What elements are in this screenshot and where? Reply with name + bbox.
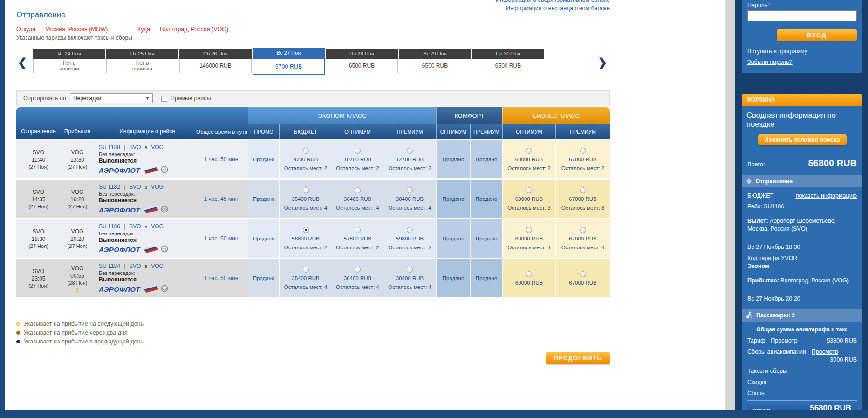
legend-text: Указывает на прибытие через два дня [24, 329, 128, 336]
cart-total-label: Всего: [747, 161, 765, 168]
date-label: Пн 28 Ноя [326, 49, 398, 59]
airline-logo: АЭРОФЛОТ [99, 245, 168, 254]
direct-flights-checkbox[interactable] [161, 96, 167, 102]
cart-header: КОРЗИНА [742, 94, 862, 106]
airline-name: АЭРОФЛОТ [99, 246, 140, 254]
date-label: Чт 24 Ноя [33, 49, 105, 59]
fare-radio[interactable] [407, 227, 413, 233]
fare-price: 9700 RUB [293, 157, 318, 162]
route-from-link[interactable]: SVO [129, 144, 141, 151]
login-button[interactable]: ВХОД [777, 29, 857, 41]
date-column[interactable]: Ср 30 Ноя6500 RUB [472, 49, 544, 76]
fare-radio[interactable] [580, 187, 586, 193]
route-from-link[interactable]: SVO [129, 263, 141, 269]
depart-info: Вылет: Аэропорт Шереметьево, Москва, Рос… [747, 217, 857, 233]
fare-radio[interactable] [407, 148, 413, 154]
nonstandard-baggage-link[interactable]: Информация о нестандартном багаже [496, 4, 610, 13]
carousel-next-icon[interactable]: ❯ [596, 56, 608, 69]
main-area: Информация о сверхнормативном багаже Инф… [5, 0, 725, 410]
fare-radio[interactable] [355, 187, 361, 193]
date-price: 146000 RUB [179, 59, 252, 73]
chevron-down-icon: ▼ [145, 96, 150, 101]
fare-radio[interactable] [580, 148, 586, 154]
fare-radio[interactable] [526, 187, 532, 193]
carousel-prev-icon[interactable]: ❮ [16, 56, 28, 69]
sold-out-label: Продано [443, 275, 465, 281]
seats-left: Осталось мест: 2 [284, 165, 328, 171]
date-column[interactable]: Пн 28 Ноя6500 RUB [326, 49, 398, 76]
flight-number-link[interactable]: SU 1186 [99, 223, 120, 230]
show-info-link[interactable]: показать информацию [795, 192, 857, 200]
route-from-link[interactable]: SVO [129, 223, 141, 230]
fare-price: 38400 RUB [396, 196, 424, 202]
sort-select[interactable]: Пересадки ▼ [70, 93, 153, 103]
join-program-link[interactable]: Вступить в программу [747, 48, 857, 55]
date-price-text: 6500 RUB [495, 62, 521, 69]
airline-logo: АЭРОФЛОТ [99, 165, 168, 175]
flight-number-link[interactable]: SU 1188 [99, 144, 120, 151]
airline-name: АЭРОФЛОТ [99, 285, 140, 293]
date-column[interactable]: Вс 27 Ноя9700 RUB [253, 48, 325, 75]
fare-cell: Продано [248, 180, 279, 218]
fare-radio[interactable] [580, 271, 586, 277]
business-class-header: БИЗНЕС КЛАСС [502, 107, 610, 124]
fare-price: 36400 RUB [344, 196, 371, 202]
flight-number-link[interactable]: SU 1182 [99, 184, 120, 190]
departure-time: 14:35 [31, 196, 45, 203]
fare-radio[interactable] [580, 227, 586, 233]
date-column[interactable]: Сб 26 Ноя146000 RUB [179, 49, 252, 76]
airline-name: АЭРОФЛОТ [99, 206, 140, 214]
date-column[interactable]: Пт 25 НояНет в наличии [106, 49, 178, 76]
passengers-section-bar: Пассажиры: 2 [742, 309, 862, 322]
fare-column-header: ПРЕМИУМ [555, 124, 610, 139]
fare-cell: 60000 RUB [502, 259, 555, 297]
fare-radio[interactable] [355, 227, 361, 233]
departure-section-bar: ✈ Отправление [742, 175, 862, 187]
fare-radio[interactable] [303, 227, 309, 233]
route-to-link[interactable]: VOG [151, 263, 164, 269]
departure-airport: SVO [33, 149, 44, 156]
arrival-date: (28 Ноя) [68, 280, 88, 286]
fare-radio[interactable] [526, 271, 532, 277]
date-price: Нет в наличии [33, 59, 105, 73]
table-header: ОтправлениеПрибытиеИнформация о рейсеОбщ… [16, 107, 610, 139]
economy-class-header: ЭКОНОМ КЛАСС [248, 107, 436, 124]
arrival-airport: VOG [71, 189, 84, 195]
next-day-arrival-dot [76, 288, 79, 292]
change-search-button[interactable]: Изменить условия поиска [758, 134, 847, 145]
fare-view-link[interactable]: Просмотр [771, 337, 797, 344]
forgot-password-link[interactable]: Забыли пароль? [747, 59, 857, 65]
route-to-link[interactable]: VOG [151, 223, 164, 230]
airline-fees-view-link[interactable]: Просмотр [812, 349, 838, 355]
password-field[interactable] [747, 10, 857, 21]
fare-radio[interactable] [303, 148, 309, 154]
continue-button[interactable]: ПРОДОЛЖИТЬ [546, 352, 610, 364]
fare-price: 60000 RUB [515, 280, 543, 286]
date-column[interactable]: Вт 29 Ноя6500 RUB [399, 49, 471, 76]
route-from-link[interactable]: SVO [129, 184, 141, 190]
date-column[interactable]: Чт 24 НояНет в наличии [33, 49, 105, 76]
fare-radio[interactable] [407, 187, 413, 193]
fare-price: 57800 RUB [344, 236, 371, 241]
flight-number-link[interactable]: SU 1184 [99, 263, 120, 269]
arrival-time: 00:55 [70, 273, 84, 279]
route-to-link[interactable]: VOG [151, 144, 164, 151]
fare-radio[interactable] [526, 227, 532, 233]
route-to-link[interactable]: VOG [151, 184, 164, 190]
oversize-baggage-link[interactable]: Информация о сверхнормативном багаже [496, 0, 610, 4]
fare-radio[interactable] [526, 148, 532, 154]
fare-cell: 57800 RUBОсталось мест: 2 [332, 219, 383, 258]
sort-label: Сортировать по [23, 95, 66, 102]
fare-radio[interactable] [303, 267, 309, 273]
fare-price: 67000 RUB [569, 280, 596, 286]
fare-radio[interactable] [355, 267, 361, 273]
skyteam-icon [161, 206, 168, 214]
fare-radio[interactable] [407, 267, 413, 273]
taxes-label: Таксы и сборы [747, 368, 857, 374]
totals-section: Общая сумма авиатарифа и такс Тариф Прос… [742, 322, 862, 416]
flight-info-cell: SU 1184|SVOвVOGБез пересадок:Выполняется… [94, 259, 196, 297]
fare-radio[interactable] [355, 148, 361, 154]
seats-left: Осталось мест: 2 [507, 165, 551, 171]
fare-radio[interactable] [303, 187, 309, 193]
flight-info-cell: SU 1182|SVOвVOGБез пересадок:Выполняется… [94, 180, 196, 218]
